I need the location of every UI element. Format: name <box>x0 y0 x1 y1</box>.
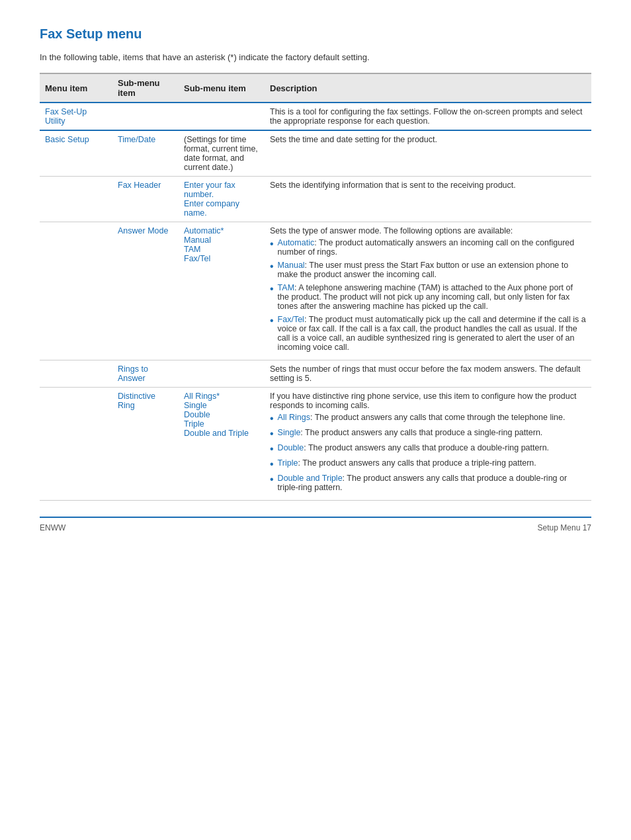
list-item: •All Rings: The product answers any call… <box>270 413 586 424</box>
col-header-sub2: Sub-menu item <box>179 73 265 103</box>
cell-desc: If you have distinctive ring phone servi… <box>265 388 591 501</box>
cell-sub1: Time/Date <box>112 130 179 177</box>
table-row: Rings to AnswerSets the number of rings … <box>40 360 591 388</box>
table-row: Answer ModeAutomatic*ManualTAMFax/TelSet… <box>40 222 591 360</box>
cell-sub1 <box>112 103 179 130</box>
list-item: •Fax/Tel: The product must automatically… <box>270 315 586 352</box>
table-header-row: Menu item Sub-menu item Sub-menu item De… <box>40 73 591 103</box>
cell-sub2 <box>179 103 265 130</box>
intro-text: In the following table, items that have … <box>40 52 591 62</box>
col-header-desc: Description <box>265 73 591 103</box>
list-item: •Manual: The user must press the Start F… <box>270 261 586 279</box>
list-item: •Double and Triple: The product answers … <box>270 474 586 492</box>
cell-sub1: Distinctive Ring <box>112 388 179 501</box>
list-item: •Single: The product answers any calls t… <box>270 428 586 439</box>
table-row: Fax HeaderEnter your fax number.Enter co… <box>40 177 591 222</box>
footer-left: ENWW <box>40 523 65 532</box>
list-item: •TAM: A telephone answering machine (TAM… <box>270 283 586 311</box>
cell-menu <box>40 222 112 360</box>
table-row: Basic SetupTime/Date(Settings for time f… <box>40 130 591 177</box>
cell-sub1: Rings to Answer <box>112 360 179 388</box>
list-item: •Double: The product answers any calls t… <box>270 443 586 454</box>
cell-sub2 <box>179 360 265 388</box>
footer: ENWW Setup Menu 17 <box>40 517 591 532</box>
cell-sub1: Answer Mode <box>112 222 179 360</box>
cell-menu <box>40 388 112 501</box>
cell-sub2: Enter your fax number.Enter company name… <box>179 177 265 222</box>
cell-sub1: Fax Header <box>112 177 179 222</box>
cell-desc: Sets the time and date setting for the p… <box>265 130 591 177</box>
cell-menu <box>40 360 112 388</box>
cell-desc: Sets the number of rings that must occur… <box>265 360 591 388</box>
cell-menu: Fax Set-Up Utility <box>40 103 112 130</box>
table-row: Fax Set-Up UtilityThis is a tool for con… <box>40 103 591 130</box>
cell-desc: This is a tool for configuring the fax s… <box>265 103 591 130</box>
col-header-menu: Menu item <box>40 73 112 103</box>
cell-menu <box>40 177 112 222</box>
cell-desc: Sets the identifying information that is… <box>265 177 591 222</box>
fax-setup-table: Menu item Sub-menu item Sub-menu item De… <box>40 73 591 501</box>
footer-right: Setup Menu 17 <box>538 523 591 532</box>
col-header-sub1: Sub-menu item <box>112 73 179 103</box>
list-item: •Triple: The product answers any calls t… <box>270 458 586 470</box>
cell-sub2: Automatic*ManualTAMFax/Tel <box>179 222 265 360</box>
table-row: Distinctive RingAll Rings*SingleDoubleTr… <box>40 388 591 501</box>
cell-menu: Basic Setup <box>40 130 112 177</box>
page-title: Fax Setup menu <box>40 26 591 42</box>
list-item: •Automatic: The product automatically an… <box>270 238 586 257</box>
cell-sub2: All Rings*SingleDoubleTripleDouble and T… <box>179 388 265 501</box>
cell-desc: Sets the type of answer mode. The follow… <box>265 222 591 360</box>
cell-sub2: (Settings for time format, current time,… <box>179 130 265 177</box>
